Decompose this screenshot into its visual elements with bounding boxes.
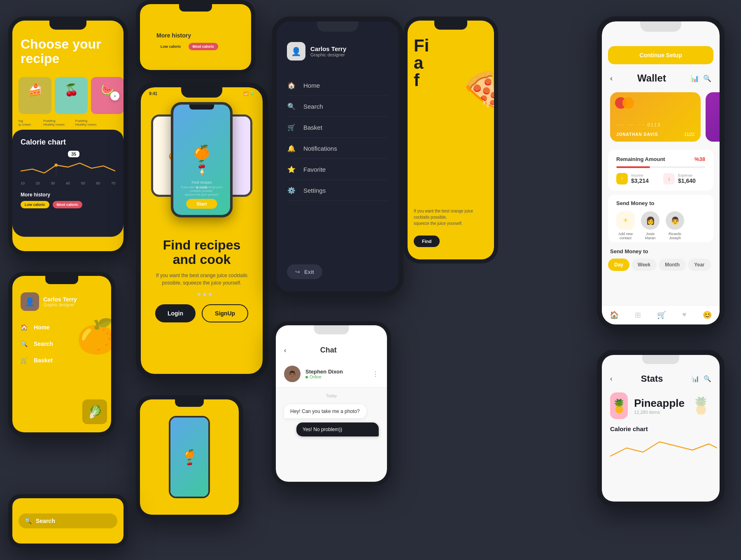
chart-label-50: 50 <box>81 181 85 185</box>
expense-icon: ↓ <box>663 173 675 184</box>
tab-month[interactable]: Month <box>659 259 686 271</box>
send-money-section: Send Money to + Add newcontact 👩 JosieMa… <box>608 195 713 242</box>
stats-chart-svg <box>610 436 717 460</box>
income-label: Income <box>631 173 649 177</box>
phone-food-partial: Fiaf 🍕 If you want the best orange juice… <box>403 16 498 264</box>
tag-most-2[interactable]: Most caloric <box>189 43 219 50</box>
wallet-search-icon[interactable]: 🔍 <box>703 75 711 82</box>
josie-name: JosieMaran <box>645 232 656 240</box>
menu-basket-label: Basket <box>303 124 322 131</box>
p7-search-icon: 🔍 <box>21 341 28 347</box>
menu-notifications-label: Notifications <box>303 145 337 152</box>
favorite-icon: ⭐ <box>287 165 296 174</box>
chat-back-button[interactable]: ‹ <box>284 347 286 354</box>
tab-week[interactable]: Week <box>631 259 657 271</box>
tag-low-caloric[interactable]: Low caloric <box>21 201 49 208</box>
credit-card-purple[interactable] <box>706 92 720 142</box>
search-bar[interactable]: 🔍 Search <box>19 513 117 528</box>
phone-wallet: Continue Setup ‹ Wallet 📊 🔍 ···· ···· ··… <box>597 16 725 329</box>
dot-4[interactable] <box>209 293 212 296</box>
income-box: ↑ Income $3,214 <box>616 173 658 184</box>
find-btn[interactable]: Find <box>414 236 440 247</box>
status-text: Online <box>310 375 322 379</box>
add-contact[interactable]: + Add newcontact <box>616 211 635 240</box>
income-icon: ↑ <box>616 173 628 184</box>
calorie-chart-svg <box>21 153 115 177</box>
menu-notifications[interactable]: 🔔 Notifications <box>287 138 388 159</box>
exit-icon: ↪ <box>295 268 300 275</box>
nav-grid[interactable]: ⊞ <box>635 310 641 320</box>
tab-year[interactable]: Year <box>688 259 711 271</box>
signup-button[interactable]: SignUp <box>202 304 248 322</box>
more-history-title-2: More history <box>156 32 235 39</box>
status-icons: 📶 🔋 <box>243 91 254 96</box>
tag-most-caloric[interactable]: Most caloric <box>53 201 83 208</box>
recipe-card-2[interactable]: 🍒 <box>55 77 88 114</box>
user-name-7: Carlos Terry <box>43 296 77 303</box>
chat-more-options[interactable]: ⋮ <box>372 370 379 378</box>
chart-label-70: 70 <box>111 181 115 185</box>
phone-find-recipes: 9:41 📶 🔋 🍊 🍊 🍒 🍦 Start Find recipes& coo… <box>136 82 268 379</box>
menu-home[interactable]: 🏠 Home <box>287 75 388 96</box>
menu-search[interactable]: 🔍 Search <box>287 96 388 117</box>
exit-button[interactable]: ↪ Exit <box>287 264 322 279</box>
phone-find-recipes-small: 🍊 🍒 <box>136 395 243 519</box>
food-big-text: Fiaf <box>414 37 429 89</box>
search-bar-label: Search <box>36 518 55 524</box>
stats-back-button[interactable]: ‹ <box>610 375 612 383</box>
search-menu-icon: 🔍 <box>287 102 296 111</box>
stats-search-icon[interactable]: 🔍 <box>704 375 711 383</box>
time-tabs: Day Week Month Year <box>608 259 713 271</box>
tab-day[interactable]: Day <box>608 259 629 271</box>
nav-home[interactable]: 🏠 <box>610 310 619 320</box>
menu-favorite[interactable]: ⭐ Favorite <box>287 159 388 180</box>
dot-1[interactable] <box>191 293 195 296</box>
contact-avatar: 👨🏾 <box>284 366 301 382</box>
contact-status: Online <box>305 375 343 379</box>
phone-profile-menu: 👤 Carlos Terry Graphic designer 🏠 Home 🔍… <box>8 272 115 436</box>
credit-card[interactable]: ···· ···· ···· 0113 JONATHAN DAVIS 11/22 <box>610 92 701 142</box>
nav-cart[interactable]: 🛒 <box>657 310 666 320</box>
chart-value: 35 <box>68 151 79 157</box>
bottom-nav: 🏠 ⊞ 🛒 ♥ 😊 <box>602 305 720 324</box>
expense-value: $1,640 <box>678 177 696 184</box>
wallet-chart-icon[interactable]: 📊 <box>691 75 699 82</box>
contact-ricardo[interactable]: 👨 RicardoJoseph <box>666 211 684 240</box>
contact-josie[interactable]: 👩 JosieMaran <box>641 211 659 240</box>
pineapple-name: Pineapple <box>634 397 685 410</box>
menu-basket[interactable]: 🛒 Basket <box>287 117 388 138</box>
wallet-back-button[interactable]: ‹ <box>610 74 613 83</box>
user-role-7: Graphic designer <box>43 303 77 307</box>
menu-favorite-label: Favorite <box>303 166 326 173</box>
nav-profile[interactable]: 😊 <box>703 310 712 320</box>
continue-setup-button[interactable]: Continue Setup <box>608 46 713 64</box>
dot-3[interactable] <box>203 293 206 296</box>
phone-choose-recipe: Choose your recipe 🍰 🍒 🍉 › ingly cream P… <box>8 16 128 255</box>
chat-title: Chat <box>320 346 337 355</box>
menu-settings[interactable]: ⚙️ Settings <box>287 180 388 201</box>
stats-chart-icon[interactable]: 📊 <box>692 375 699 383</box>
stats-calorie-section: Calorie chart <box>602 425 720 462</box>
pudding-label-2: PuddingHealthy cream <box>75 119 97 126</box>
more-history-title: More history <box>21 192 115 198</box>
stats-header: ‹ Stats 📊 🔍 <box>602 365 720 388</box>
calorie-chart-title: Calorie chart <box>21 138 115 147</box>
tag-low-2[interactable]: Low caloric <box>156 43 185 50</box>
recipe-title: Choose your recipe <box>21 37 115 66</box>
card-number: ···· ···· ···· 0113 <box>616 122 661 127</box>
user-name: Carlos Terry <box>310 45 346 52</box>
nav-heart[interactable]: ♥ <box>682 310 687 320</box>
inner-phone-center: 🍊 🍒 🍦 Start Find recipes& cook If you wa… <box>171 102 233 217</box>
chart-label-30: 30 <box>51 181 55 185</box>
find-recipes-title: Find recipes and cook <box>153 238 250 267</box>
home-icon: 🏠 <box>287 81 296 90</box>
card-expiry: 11/22 <box>684 132 694 137</box>
notifications-icon: 🔔 <box>287 144 296 153</box>
dot-2[interactable] <box>197 293 200 296</box>
login-button[interactable]: Login <box>155 304 196 322</box>
food-decoration: 🍊 <box>76 317 111 356</box>
chat-contact[interactable]: 👨🏾 Stephen Dixon Online ⋮ <box>276 361 387 387</box>
p7-home-label: Home <box>34 324 50 331</box>
recipe-card-1[interactable]: 🍰 <box>19 77 51 114</box>
msg-sent: Yes! No problem)) <box>296 422 379 436</box>
